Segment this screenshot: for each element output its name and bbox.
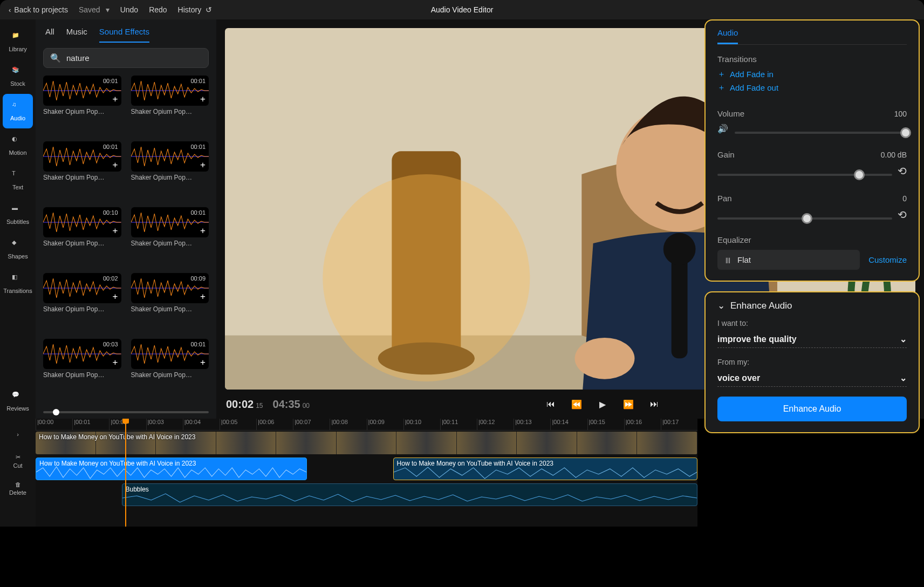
- ruler-tick: |00:16: [624, 419, 661, 430]
- search-input[interactable]: [66, 53, 202, 63]
- trash-icon: 🗑: [15, 481, 21, 488]
- rewind-button[interactable]: ⏪: [569, 396, 585, 412]
- audio-clip-item[interactable]: 00:03 + Shaker Opium Pop…: [43, 339, 121, 398]
- pan-value: 0: [902, 194, 907, 203]
- audio-track-2[interactable]: Bubbles: [36, 482, 697, 507]
- audio-track-1[interactable]: How to Make Money on YouTube with AI Voi…: [36, 456, 697, 481]
- equalizer-customize[interactable]: Customize: [868, 255, 907, 264]
- tab-music[interactable]: Music: [66, 27, 87, 43]
- add-clip-button[interactable]: +: [200, 226, 206, 236]
- enhance-header[interactable]: ⌄ Enhance Audio: [717, 300, 907, 311]
- pan-reset[interactable]: ⟲: [898, 208, 907, 221]
- current-time: 00:0215: [226, 398, 263, 411]
- clip-duration: 00:01: [103, 78, 118, 84]
- time-ruler[interactable]: |00:00|00:01|00:02|00:03|00:04|00:05|00:…: [36, 419, 697, 431]
- clip-name: Shaker Opium Pop…: [43, 108, 121, 115]
- audio-clip-item[interactable]: 00:10 + Shaker Opium Pop…: [43, 207, 121, 267]
- rail-audio[interactable]: ♫Audio: [3, 94, 33, 128]
- search-input-wrap[interactable]: 🔍: [43, 48, 209, 68]
- save-status[interactable]: Saved ▾: [79, 5, 109, 14]
- waveform-thumb: 00:01 +: [131, 339, 209, 369]
- reset-icon: ⟲: [898, 209, 907, 221]
- audio-clip-item[interactable]: 00:01 + Shaker Opium Pop…: [43, 141, 121, 201]
- add-clip-button[interactable]: +: [113, 94, 118, 105]
- add-fade-out[interactable]: ＋Add Fade out: [717, 83, 907, 93]
- tab-all[interactable]: All: [45, 27, 54, 43]
- scissors-icon: ✂: [16, 454, 20, 461]
- rail-stock[interactable]: 📚Stock: [3, 59, 33, 94]
- delete-button[interactable]: 🗑Delete: [3, 476, 33, 501]
- equalizer-label: Equalizer: [717, 235, 907, 244]
- audio-tab[interactable]: Audio: [717, 28, 738, 44]
- redo-button[interactable]: Redo: [149, 5, 167, 14]
- enhance-audio-button[interactable]: Enhance Audio: [717, 397, 907, 421]
- video-clip[interactable]: How to Make Money on YouTube with AI Voi…: [36, 432, 697, 454]
- from-select[interactable]: voice over⌄: [717, 370, 907, 387]
- rail-reviews[interactable]: 💬Reviews: [3, 384, 33, 419]
- ruler-tick: |00:08: [330, 419, 366, 430]
- prev-clip-button[interactable]: ⏮: [543, 396, 559, 412]
- waveform-thumb: 00:01 +: [43, 76, 121, 106]
- add-clip-button[interactable]: +: [200, 357, 206, 368]
- audio-clip-item[interactable]: 00:01 + Shaker Opium Pop…: [131, 207, 209, 267]
- thumbnail-size-slider[interactable]: [43, 411, 209, 413]
- gain-slider[interactable]: [717, 174, 892, 176]
- gain-label: Gain: [717, 150, 735, 159]
- equalizer-preset-select[interactable]: ⫼ Flat: [717, 250, 860, 270]
- add-clip-button[interactable]: +: [113, 357, 118, 368]
- add-clip-button[interactable]: +: [200, 160, 206, 170]
- cut-button[interactable]: ✂Cut: [3, 449, 33, 474]
- history-icon: ↺: [206, 5, 212, 14]
- timeline-expand[interactable]: ›: [3, 422, 33, 447]
- audio-clip-item[interactable]: 00:09 + Shaker Opium Pop…: [131, 273, 209, 332]
- tab-sound-effects[interactable]: Sound Effects: [99, 27, 149, 43]
- audio-clip-1[interactable]: How to Make Money on YouTube with AI Voi…: [36, 458, 307, 480]
- speaker-icon: 🔊: [717, 124, 728, 134]
- audio-clip-item[interactable]: 00:01 + Shaker Opium Pop…: [131, 141, 209, 201]
- rail-shapes[interactable]: ◆Shapes: [3, 232, 33, 267]
- rail-transitions[interactable]: ◧Transitions: [3, 267, 33, 301]
- forward-button[interactable]: ⏩: [620, 396, 636, 412]
- audio-clip-item[interactable]: 00:01 + Shaker Opium Pop…: [131, 339, 209, 398]
- music-note-icon: ♫: [12, 101, 24, 113]
- add-fade-in[interactable]: ＋Add Fade in: [717, 69, 907, 79]
- gain-value: 0.00 dB: [881, 151, 907, 159]
- add-clip-button[interactable]: +: [113, 160, 118, 170]
- svg-point-18: [663, 233, 696, 265]
- video-track[interactable]: How to Make Money on YouTube with AI Voi…: [36, 431, 697, 455]
- volume-value: 100: [894, 110, 907, 118]
- history-button[interactable]: History ↺: [178, 5, 212, 14]
- timeline: › ✂Cut 🗑Delete |00:00|00:01|00:02|00:03|…: [0, 419, 697, 527]
- add-clip-button[interactable]: +: [113, 226, 118, 236]
- add-clip-button[interactable]: +: [200, 291, 206, 302]
- ruler-tick: |00:17: [661, 419, 697, 430]
- waveform-thumb: 00:09 +: [131, 273, 209, 303]
- ruler-tick: |00:03: [146, 419, 183, 430]
- undo-button[interactable]: Undo: [120, 5, 138, 14]
- audio-clip-bubbles[interactable]: Bubbles: [122, 483, 697, 506]
- pan-slider[interactable]: [717, 217, 892, 220]
- want-select[interactable]: improve the quality⌄: [717, 331, 907, 348]
- rail-text[interactable]: TText: [3, 163, 33, 197]
- play-button[interactable]: ▶: [594, 396, 611, 412]
- back-button[interactable]: ‹ Back to projects: [9, 5, 68, 14]
- volume-slider[interactable]: [735, 132, 907, 134]
- rail-library[interactable]: 📁Library: [3, 25, 33, 59]
- gain-reset[interactable]: ⟲: [898, 165, 907, 178]
- next-clip-button[interactable]: ⏭: [646, 396, 662, 412]
- clip-duration: 00:09: [190, 275, 206, 282]
- add-clip-button[interactable]: +: [113, 291, 118, 302]
- audio-clip-2[interactable]: How to Make Money on YouTube with AI Voi…: [393, 458, 697, 480]
- audio-clip-item[interactable]: 00:02 + Shaker Opium Pop…: [43, 273, 121, 332]
- from-label: From my:: [717, 358, 907, 366]
- audio-clip-item[interactable]: 00:01 + Shaker Opium Pop…: [43, 76, 121, 135]
- rail-subtitles[interactable]: ▬Subtitles: [3, 197, 33, 232]
- waveform-thumb: 00:01 +: [131, 141, 209, 172]
- rail-motion[interactable]: ◐Motion: [3, 128, 33, 163]
- left-rail: 📁Library 📚Stock ♫Audio ◐Motion TText ▬Su…: [0, 19, 36, 419]
- audio-clip-item[interactable]: 00:01 + Shaker Opium Pop…: [131, 76, 209, 135]
- ruler-tick: |00:10: [403, 419, 440, 430]
- add-clip-button[interactable]: +: [200, 94, 206, 105]
- transitions-heading: Transitions: [717, 54, 907, 64]
- playhead[interactable]: [125, 419, 126, 527]
